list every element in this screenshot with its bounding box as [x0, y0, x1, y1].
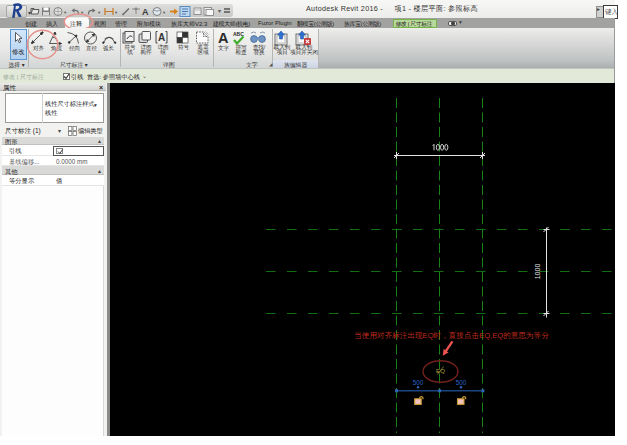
- svg-text:A: A: [142, 7, 149, 17]
- svg-text:▾: ▾: [98, 10, 101, 15]
- svg-text:▾: ▾: [115, 10, 118, 15]
- svg-text:▾: ▾: [163, 10, 166, 15]
- svg-text:当使用对齐标注出现EQ时，直接点击EQ,EQ的意思为等分: 当使用对齐标注出现EQ时，直接点击EQ,EQ的意思为等分: [354, 331, 549, 340]
- svg-text:500: 500: [456, 379, 467, 386]
- svg-text:A: A: [158, 32, 165, 43]
- svg-text:1000: 1000: [534, 264, 541, 280]
- svg-text:500: 500: [413, 379, 424, 386]
